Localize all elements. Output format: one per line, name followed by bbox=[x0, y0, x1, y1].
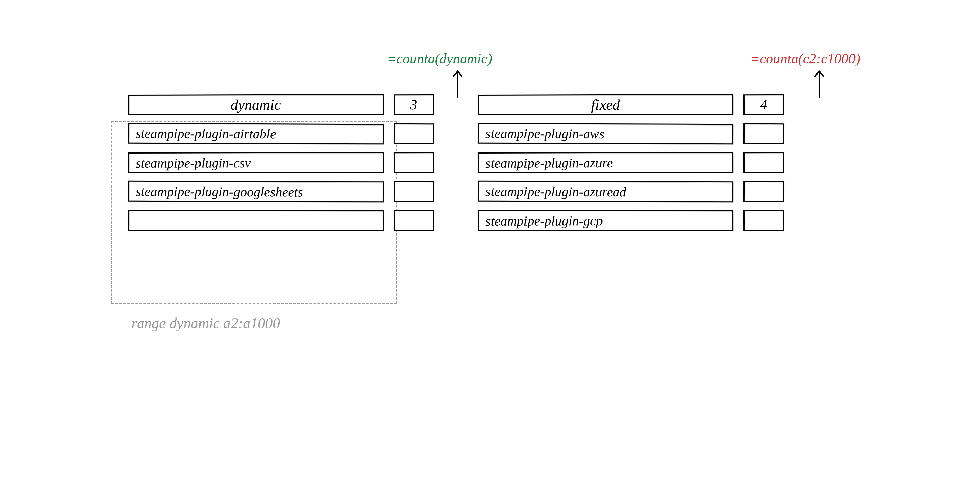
empty-cell bbox=[394, 123, 434, 144]
empty-cell bbox=[743, 123, 784, 144]
fixed-header-cell: fixed bbox=[478, 94, 733, 115]
dynamic-header-cell: dynamic bbox=[128, 94, 383, 115]
arrow-up-icon bbox=[813, 69, 826, 99]
fixed-row-cell: steampipe-plugin-azuread bbox=[478, 181, 733, 203]
dynamic-row-cell: steampipe-plugin-googlesheets bbox=[128, 181, 383, 203]
empty-cell bbox=[394, 152, 434, 173]
dynamic-column: dynamic steampipe-plugin-airtable steamp… bbox=[128, 94, 383, 231]
range-label: range dynamic a2:a1000 bbox=[131, 315, 280, 332]
empty-cell bbox=[743, 152, 784, 173]
dynamic-row-cell bbox=[128, 210, 383, 231]
dynamic-row-cell: steampipe-plugin-airtable bbox=[128, 123, 383, 145]
empty-cell bbox=[394, 210, 434, 231]
fixed-row-cell: steampipe-plugin-gcp bbox=[478, 210, 733, 231]
columns-wrapper: dynamic steampipe-plugin-airtable steamp… bbox=[128, 94, 868, 231]
fixed-count-cell: 4 bbox=[743, 94, 784, 115]
fixed-row-cell: steampipe-plugin-azure bbox=[478, 152, 733, 173]
dynamic-row-cell: steampipe-plugin-csv bbox=[128, 152, 383, 173]
fixed-count-column: 4 bbox=[743, 94, 784, 231]
empty-cell bbox=[743, 210, 784, 231]
fixed-column-group: fixed steampipe-plugin-aws steampipe-plu… bbox=[478, 94, 784, 231]
dynamic-count-cell: 3 bbox=[394, 94, 434, 115]
dynamic-count-column: 3 bbox=[394, 94, 434, 231]
dynamic-column-group: dynamic steampipe-plugin-airtable steamp… bbox=[128, 94, 434, 231]
diagram-container: =counta(dynamic) =counta(c2:c1000) dynam… bbox=[128, 94, 868, 231]
fixed-column: fixed steampipe-plugin-aws steampipe-plu… bbox=[478, 94, 733, 231]
empty-cell bbox=[743, 181, 784, 202]
arrow-up-icon bbox=[451, 69, 464, 99]
formula-dynamic-label: =counta(dynamic) bbox=[387, 51, 492, 67]
formula-fixed-label: =counta(c2:c1000) bbox=[750, 51, 860, 67]
fixed-row-cell: steampipe-plugin-aws bbox=[478, 123, 733, 145]
empty-cell bbox=[394, 181, 434, 202]
